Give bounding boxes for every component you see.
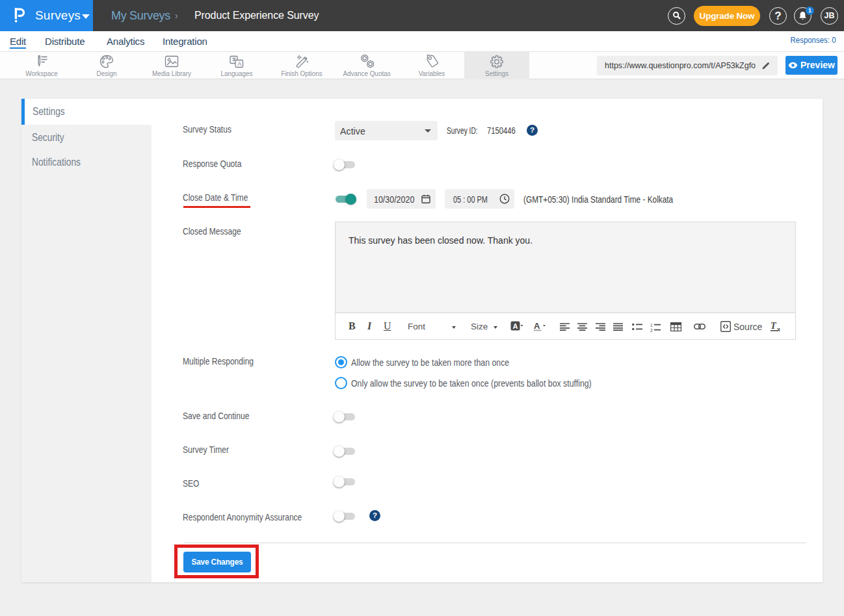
svg-text:T: T <box>771 321 777 331</box>
svg-text:A: A <box>534 321 540 331</box>
svg-text:A: A <box>512 322 518 330</box>
svg-text:2: 2 <box>650 328 653 333</box>
svg-text:1: 1 <box>650 323 653 327</box>
svg-text:A: A <box>237 60 241 67</box>
svg-text:x: x <box>777 326 780 332</box>
